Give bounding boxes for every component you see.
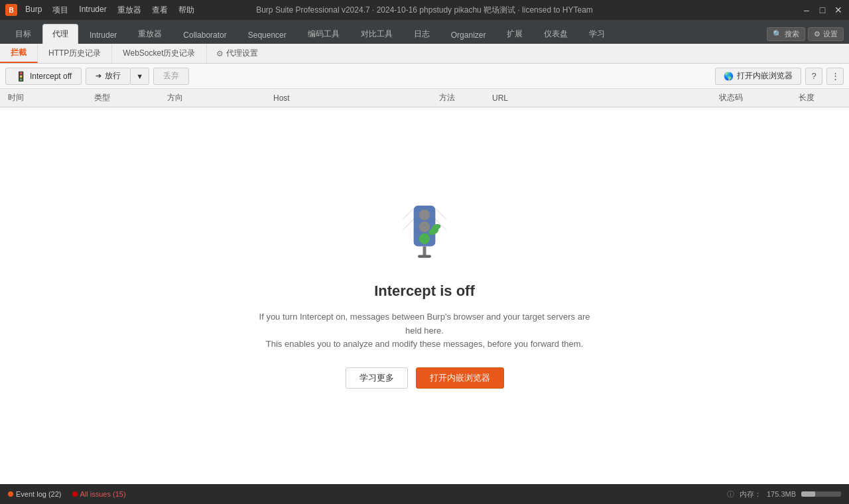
svg-line-2: [435, 208, 446, 219]
menu-project[interactable]: 项目: [52, 5, 68, 16]
svg-rect-10: [423, 246, 426, 256]
tab-repeater[interactable]: 重放器: [128, 24, 172, 44]
forward-dropdown-button[interactable]: ▼: [131, 68, 149, 85]
intercept-toggle-button[interactable]: 🚦 Intercept off: [5, 68, 82, 85]
menu-help[interactable]: 帮助: [178, 5, 194, 16]
tab-collaborator[interactable]: Collaborator: [173, 26, 236, 44]
status-bar: Event log (22) All issues (15) ⓘ 内存： 175…: [0, 484, 849, 504]
event-log-text: Event log: [16, 490, 46, 498]
tab-dashboard[interactable]: 仪表盘: [534, 24, 578, 44]
action-buttons: 学习更多 打开内嵌浏览器: [346, 367, 504, 389]
event-log-item[interactable]: Event log (22): [8, 490, 62, 498]
col-direction[interactable]: 方向: [162, 92, 268, 103]
window-controls: – □ ✕: [801, 5, 844, 15]
tab-target[interactable]: 目标: [5, 24, 41, 44]
svg-line-1: [403, 219, 413, 229]
close-button[interactable]: ✕: [833, 5, 844, 15]
main-nav-right: 🔍 搜索 ⚙ 设置: [767, 27, 844, 44]
event-log-label[interactable]: Event log (22): [16, 490, 62, 498]
tab-intercept[interactable]: 拦截: [0, 44, 38, 63]
menu-items: Burp 项目 Intruder 重放器 查看 帮助: [25, 5, 194, 16]
tab-sequencer[interactable]: Sequencer: [238, 26, 296, 44]
toolbar-right: 🌎 打开内嵌浏览器 ? ⋮: [715, 68, 844, 85]
forward-btn-label: 放行: [105, 70, 121, 82]
traffic-light-illustration: [398, 203, 451, 269]
svg-rect-11: [418, 255, 431, 257]
col-time[interactable]: 时间: [3, 92, 89, 103]
col-type[interactable]: 类型: [89, 92, 162, 103]
all-issues-item[interactable]: All issues (15): [72, 490, 126, 498]
main-content: Intercept is off If you turn Intercept o…: [0, 107, 849, 484]
memory-label: 内存：: [740, 489, 761, 499]
help-button[interactable]: ?: [805, 68, 822, 85]
main-tabs: 目标 代理 Intruder 重放器 Collaborator Sequence…: [0, 20, 849, 44]
burp-logo: B: [5, 4, 17, 16]
open-browser-button[interactable]: 🌎 打开内嵌浏览器: [715, 68, 801, 85]
maximize-button[interactable]: □: [817, 5, 828, 15]
info-icon[interactable]: ⓘ: [727, 489, 734, 499]
browser-icon: 🌎: [724, 72, 734, 81]
title-text: Burp Suite Professional v2024.7 · 2024-1…: [256, 5, 593, 16]
tab-logger[interactable]: 日志: [404, 24, 440, 44]
forward-group: ➔ 放行 ▼: [86, 68, 149, 85]
intercept-off-title: Intercept is off: [374, 283, 475, 300]
event-log-count: (22): [48, 490, 62, 498]
col-length[interactable]: 长度: [793, 92, 846, 103]
search-label: 搜索: [785, 29, 799, 39]
description-line2: This enables you to analyze and modify t…: [266, 339, 583, 349]
all-issues-label[interactable]: All issues (15): [80, 490, 126, 498]
app-area: 拦截 HTTP历史记录 WebSocket历史记录 ⚙ 代理设置 🚦 Inter…: [0, 44, 849, 484]
proxy-settings-label: 代理设置: [226, 48, 258, 59]
tab-proxy-settings[interactable]: ⚙ 代理设置: [207, 44, 267, 63]
description-line1: If you turn Intercept on, messages betwe…: [259, 312, 590, 336]
drop-btn-label: 丢弃: [163, 70, 179, 82]
tab-comparer[interactable]: 对比工具: [351, 24, 403, 44]
svg-point-5: [419, 210, 430, 220]
intercept-btn-label: Intercept off: [30, 72, 72, 81]
chevron-down-icon: ▼: [136, 72, 143, 80]
search-button[interactable]: 🔍 搜索: [767, 27, 805, 41]
tab-extensions[interactable]: 扩展: [497, 24, 533, 44]
menu-replay[interactable]: 重放器: [117, 5, 141, 16]
svg-point-7: [419, 233, 430, 244]
memory-value: 175.3MB: [767, 490, 796, 498]
memory-bar-container: [801, 491, 841, 497]
gear-icon: ⚙: [814, 30, 820, 38]
table-header: 时间 类型 方向 Host 方法 URL 状态码 长度: [0, 89, 849, 107]
col-status[interactable]: 状态码: [714, 92, 793, 103]
status-right: ⓘ 内存： 175.3MB: [727, 489, 841, 499]
menu-burp[interactable]: Burp: [25, 5, 42, 16]
drop-button[interactable]: 丢弃: [153, 68, 189, 85]
tab-intruder[interactable]: Intruder: [80, 26, 127, 44]
secondary-tabs: 拦截 HTTP历史记录 WebSocket历史记录 ⚙ 代理设置: [0, 44, 849, 64]
traffic-light-icon: 🚦: [15, 71, 27, 82]
all-issues-dot: [72, 491, 78, 497]
event-log-dot: [8, 491, 13, 497]
more-options-button[interactable]: ⋮: [826, 68, 844, 85]
tab-learn[interactable]: 学习: [579, 24, 615, 44]
col-method[interactable]: 方法: [434, 92, 487, 103]
learn-more-button[interactable]: 学习更多: [346, 367, 408, 389]
memory-bar-fill: [801, 491, 815, 497]
all-issues-text: All issues: [80, 490, 111, 498]
minimize-button[interactable]: –: [801, 5, 812, 15]
col-url[interactable]: URL: [487, 94, 714, 103]
col-host[interactable]: Host: [268, 94, 434, 103]
tab-organizer[interactable]: Organizer: [441, 26, 496, 44]
forward-arrow-icon: ➔: [96, 72, 101, 80]
svg-point-6: [419, 221, 430, 232]
forward-button[interactable]: ➔ 放行: [86, 68, 131, 85]
tab-http-history[interactable]: HTTP历史记录: [38, 44, 112, 63]
open-embedded-browser-button[interactable]: 打开内嵌浏览器: [416, 367, 504, 389]
tab-websocket-history[interactable]: WebSocket历史记录: [112, 44, 206, 63]
intercept-toolbar: 🚦 Intercept off ➔ 放行 ▼ 丢弃 🌎 打开内嵌浏览器 ? ⋮: [0, 64, 849, 89]
tab-decoder[interactable]: 编码工具: [298, 24, 350, 44]
menu-intruder[interactable]: Intruder: [79, 5, 106, 16]
settings-button[interactable]: ⚙ 设置: [808, 27, 844, 41]
svg-line-0: [403, 208, 413, 219]
all-issues-count: (15): [113, 490, 126, 498]
proxy-settings-gear-icon: ⚙: [216, 49, 224, 58]
tab-proxy[interactable]: 代理: [42, 24, 78, 44]
menu-view[interactable]: 查看: [152, 5, 168, 16]
search-icon: 🔍: [773, 30, 782, 38]
